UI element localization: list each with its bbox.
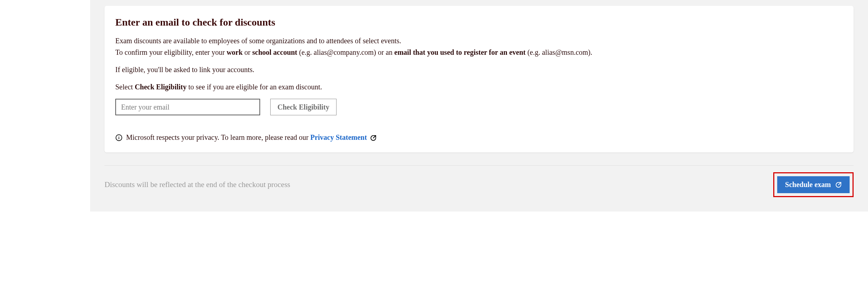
external-link-icon [835, 182, 842, 188]
privacy-link[interactable]: Privacy Statement [310, 133, 367, 141]
desc-line-1: Exam discounts are available to employee… [115, 35, 843, 46]
card-title: Enter an email to check for discounts [115, 17, 843, 28]
bold-check: Check Eligibility [135, 83, 187, 91]
privacy-pre: Microsoft respects your privacy. To lear… [126, 133, 310, 141]
schedule-exam-button[interactable]: Schedule exam [777, 176, 850, 193]
bold-work: work [227, 48, 242, 56]
schedule-highlight: Schedule exam [773, 172, 854, 197]
desc-line-4: Select Check Eligibility to see if you a… [115, 81, 843, 92]
left-gutter [0, 0, 90, 212]
input-row: Check Eligibility [115, 99, 843, 115]
desc-block-3: Select Check Eligibility to see if you a… [115, 81, 843, 92]
footer-note: Discounts will be reflected at the end o… [104, 180, 290, 189]
text: Select [115, 83, 135, 91]
schedule-label: Schedule exam [785, 181, 831, 189]
desc-line-2: To confirm your eligibility, enter your … [115, 47, 843, 58]
desc-line-3: If eligible, you'll be asked to link you… [115, 64, 843, 75]
email-input[interactable] [115, 99, 260, 115]
footer-row: Discounts will be reflected at the end o… [104, 165, 854, 197]
privacy-text: Microsoft respects your privacy. To lear… [126, 133, 377, 142]
check-eligibility-button[interactable]: Check Eligibility [270, 99, 337, 115]
info-icon [115, 134, 123, 141]
privacy-row: Microsoft respects your privacy. To lear… [115, 133, 843, 142]
svg-line-3 [373, 136, 376, 138]
discount-card: Enter an email to check for discounts Ex… [104, 6, 854, 152]
text: (e.g. alias@company.com) or an [297, 48, 394, 56]
desc-block-1: Exam discounts are available to employee… [115, 35, 843, 58]
text: to see if you are eligible for an exam d… [187, 83, 322, 91]
text: or [242, 48, 252, 56]
bold-event: email that you used to register for an e… [394, 48, 525, 56]
svg-point-2 [119, 136, 119, 137]
desc-block-2: If eligible, you'll be asked to link you… [115, 64, 843, 75]
text: To confirm your eligibility, enter your [115, 48, 227, 56]
external-link-icon [370, 135, 377, 141]
text: (e.g. alias@msn.com). [526, 48, 592, 56]
main-content: Enter an email to check for discounts Ex… [90, 0, 868, 212]
svg-line-4 [838, 182, 841, 185]
bold-school: school account [252, 48, 297, 56]
